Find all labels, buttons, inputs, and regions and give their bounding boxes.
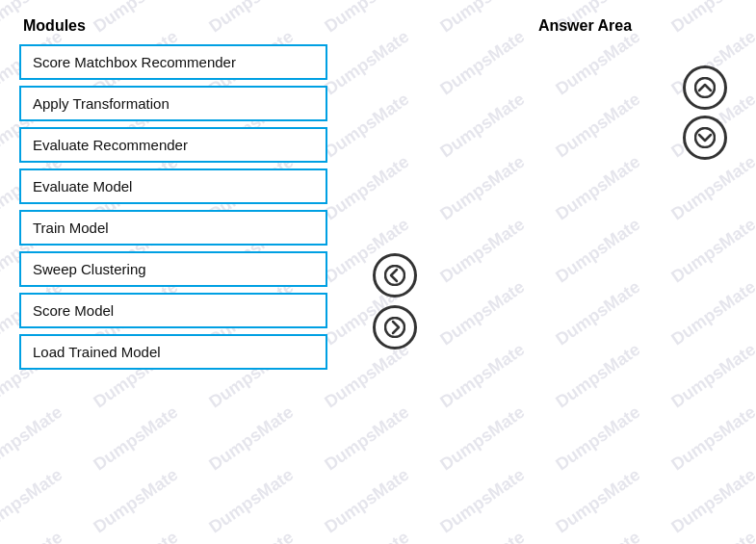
svg-point-0 xyxy=(385,266,404,285)
chevron-up-icon xyxy=(694,77,716,98)
move-left-button[interactable] xyxy=(373,253,417,298)
svg-point-2 xyxy=(695,78,715,97)
move-right-button[interactable] xyxy=(373,305,417,350)
module-item-train-model[interactable]: Train Model xyxy=(19,210,327,246)
answer-area-title: Answer Area xyxy=(433,17,737,35)
svg-point-1 xyxy=(385,318,404,337)
svg-point-3 xyxy=(695,128,715,147)
module-item-score-matchbox[interactable]: Score Matchbox Recommender xyxy=(19,44,327,80)
module-item-evaluate-model[interactable]: Evaluate Model xyxy=(19,168,327,204)
chevron-right-icon xyxy=(384,317,405,338)
move-up-button[interactable] xyxy=(683,65,727,110)
module-item-score-model[interactable]: Score Model xyxy=(19,293,327,328)
modules-title: Modules xyxy=(19,17,356,35)
chevron-down-icon xyxy=(694,127,716,148)
answer-panel: Answer Area xyxy=(433,17,737,527)
module-item-sweep-clustering[interactable]: Sweep Clustering xyxy=(19,251,327,287)
module-item-load-trained-model[interactable]: Load Trained Model xyxy=(19,334,327,370)
transfer-controls xyxy=(356,17,433,527)
sort-controls xyxy=(683,65,727,160)
module-item-evaluate-recommender[interactable]: Evaluate Recommender xyxy=(19,127,327,163)
chevron-left-icon xyxy=(384,265,405,286)
module-item-apply-transformation[interactable]: Apply Transformation xyxy=(19,86,327,121)
modules-panel: Modules Score Matchbox Recommender Apply… xyxy=(19,17,356,527)
move-down-button[interactable] xyxy=(683,116,727,160)
